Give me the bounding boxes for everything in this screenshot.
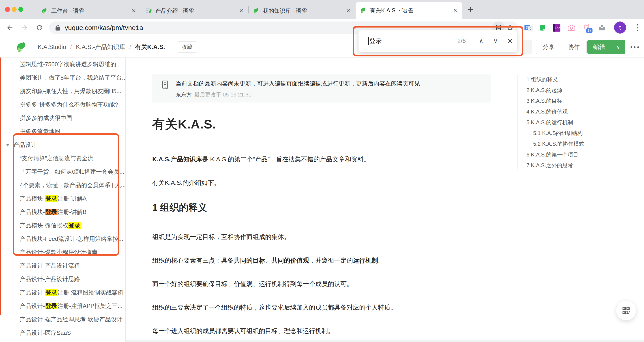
tab-title: 工作台 · 语雀 <box>51 7 128 14</box>
toc-item[interactable]: 3 K.A.S.的目标 <box>526 96 584 106</box>
doc-paragraph: 有关K.A.S.的介绍如下。 <box>152 178 492 188</box>
svg-text:文: 文 <box>529 27 532 30</box>
axure-rp-icon[interactable]: RP <box>552 23 561 32</box>
window-close-button[interactable] <box>5 7 10 12</box>
doc-title: 有关K.A.S. <box>152 116 492 133</box>
find-input[interactable]: 登录 <box>368 37 457 45</box>
banner-author[interactable]: 东东方 <box>176 91 192 98</box>
browser-window: 工作台 · 语雀✕产品介绍 · 语雀✕我的知识库 · 语雀✕有关K.A.S. ·… <box>0 0 644 342</box>
doc-tree-item[interactable]: 产品模块-登录注册-讲解A <box>0 192 126 205</box>
window-maximize-button[interactable] <box>18 7 23 12</box>
google-translate-icon[interactable]: G文 <box>524 23 533 32</box>
toc-item[interactable]: 4 K.A.S.的价值观 <box>526 106 584 117</box>
browser-tab[interactable]: 有关K.A.S. · 语雀✕ <box>356 2 462 19</box>
toc-item[interactable]: 2 K.A.S.的起源 <box>526 85 584 96</box>
tab-close-icon[interactable]: ✕ <box>238 7 244 14</box>
yuque-bird-icon <box>41 7 48 14</box>
doc-tree-item[interactable]: 产品设计-医疗SaaS <box>0 326 126 340</box>
share-button[interactable]: 分享 <box>536 40 561 54</box>
evernote-icon[interactable] <box>538 23 547 32</box>
doc-tree-item[interactable]: 产品设计-产品设计思路 <box>0 272 126 286</box>
toolbar-divider <box>611 23 611 33</box>
tab-title: 我的知识库 · 语雀 <box>263 7 342 14</box>
doc-tree-item[interactable]: 产品设计-产品设计流程 <box>0 259 126 272</box>
find-query-text: 登录 <box>369 37 382 45</box>
doc-tree-item[interactable]: 朋友印象-抓住人性，用爆款朋友圈H5... <box>0 84 126 98</box>
find-in-page-bar: 登录 2/6 ∧ ∨ ✕ <box>358 30 517 52</box>
bilibili-icon[interactable] <box>567 23 576 32</box>
chevron-down-icon[interactable] <box>6 144 10 146</box>
find-close-icon[interactable]: ✕ <box>503 30 517 52</box>
breadcrumb-repo[interactable]: K.A.S.-产品知识库 <box>76 43 126 51</box>
banner-message: 当前文档的最新内容尚未更新，可进入编辑页面继续编辑或进行更新，更新后内容在阅读页… <box>176 80 420 87</box>
doc-tree-item[interactable]: 产品设计-登录注册-注册APP框架之三... <box>0 299 126 313</box>
toc-item[interactable]: 5.2 K.A.S.的协作模式 <box>526 139 584 149</box>
back-icon[interactable] <box>4 22 16 33</box>
document-body: 有关K.A.S. K.A.S.产品知识库是 K.A.S.的第二个“产品”，旨在搜… <box>152 116 492 336</box>
qr-code-button[interactable] <box>616 301 636 320</box>
doc-tree-item[interactable]: 拼多多的成功很中国 <box>0 111 126 125</box>
update-notice-banner: 当前文档的最新内容尚未更新，可进入编辑页面继续编辑或进行更新，更新后内容在阅读页… <box>152 74 490 102</box>
browser-menu-icon[interactable] <box>633 22 642 33</box>
screenshot-tray-icon[interactable] <box>598 23 606 32</box>
breadcrumb-current-doc: 有关K.A.S. <box>135 43 165 51</box>
find-previous-icon[interactable]: ∧ <box>474 30 488 52</box>
doc-tree-item[interactable]: 产品模块-登录注册-讲解B <box>0 205 126 219</box>
toc-item[interactable]: 6 K.A.S.的第一个项目 <box>526 149 584 160</box>
browser-tab[interactable]: 产品介绍 · 语雀✕ <box>141 3 248 19</box>
doc-tree-item[interactable]: 4个要素，读懂一款产品的会员体系 | 人... <box>0 178 126 192</box>
breadcrumb-workspace[interactable]: K.A.Studio <box>38 44 66 50</box>
doc-tree-item[interactable]: 美团张川：做了8年平台，我总结了平台... <box>0 71 126 84</box>
edit-button[interactable]: 编辑 <box>587 40 611 54</box>
doc-tree-item[interactable]: 「万字干货」如何从0到1搭建一套会员... <box>0 165 126 178</box>
doc-tree-item[interactable]: 产品模块-微信授权登录 <box>0 219 126 232</box>
doc-tree-item[interactable]: 逻辑思维-7500字彻底讲透罗辑思维的... <box>0 57 126 71</box>
doc-paragraph: 而一个好的组织要确保目标、价值观、运行机制得到每一个成员的认可。 <box>152 279 492 289</box>
reload-icon[interactable] <box>34 22 45 33</box>
tab-title: 有关K.A.S. · 语雀 <box>370 7 449 14</box>
edit-dropdown-caret[interactable]: ∨ <box>611 40 625 54</box>
breadcrumb: K.A.Studio / K.A.S.-产品知识库 / 有关K.A.S. <box>38 37 165 57</box>
more-actions-icon[interactable] <box>628 40 641 54</box>
toc-item[interactable]: 7 K.A.S.之外的思考 <box>526 160 584 171</box>
doc-tree-item[interactable]: 产品模块-Feed流设计-怎样用策略掌控... <box>0 232 126 246</box>
doc-tree-item[interactable]: 拼多多-拼多多为什么不做购物车功能? <box>0 98 126 111</box>
toc-item[interactable]: 1 组织的释义 <box>526 74 584 85</box>
profile-avatar[interactable]: t <box>614 21 626 33</box>
find-match-count: 2/6 <box>457 38 466 44</box>
partially-hidden-button[interactable] <box>523 40 532 54</box>
browser-tab[interactable]: 我的知识库 · 语雀✕ <box>248 3 355 19</box>
browser-tab[interactable]: 工作台 · 语雀✕ <box>37 3 141 19</box>
window-minimize-button[interactable] <box>12 7 16 12</box>
favorite-button[interactable]: 收藏 <box>177 41 197 53</box>
lock-icon[interactable] <box>54 24 61 31</box>
forward-icon[interactable] <box>19 22 30 33</box>
yuque-bird-icon <box>252 7 260 14</box>
tab-separator <box>248 6 248 13</box>
document-pane: 当前文档的最新内容尚未更新，可进入编辑页面继续编辑或进行更新，更新后内容在阅读页… <box>126 57 517 342</box>
doc-tree-item[interactable]: 产品设计-登录注册-流程图绘制实战案例 <box>0 286 126 299</box>
doc-tree-sidebar: 逻辑思维-7500字彻底讲透罗辑思维的...美团张川：做了8年平台，我总结了平台… <box>0 57 126 342</box>
doc-tree-item[interactable]: 产品设计-端产品经理思考-软硬产品设计 <box>0 313 126 326</box>
browser-toolbar: yuque.com/kas/pm/tvne1a G文RP18 t <box>0 19 644 37</box>
tab-close-icon[interactable]: ✕ <box>345 7 351 14</box>
find-next-icon[interactable]: ∨ <box>488 30 503 52</box>
doc-tree-item[interactable]: 产品设计-爆款小程序设计指南 <box>0 246 126 259</box>
doc-tree-item[interactable]: 拼多多流量地图 <box>0 125 126 138</box>
tab-close-icon[interactable]: ✕ <box>452 7 458 14</box>
tab-close-icon[interactable]: ✕ <box>131 7 137 14</box>
doc-tree-item[interactable]: 产品设计-电商后台-设计全解 <box>0 340 126 342</box>
doc-tree-item[interactable]: “支付清算”之信息流与资金流 <box>0 152 126 165</box>
doc-heading: 1 组织的释义 <box>152 201 492 214</box>
doc-paragraph: 组织是为实现一定目标，互相协作而组成的集体。 <box>152 232 492 242</box>
yuque-logo-icon[interactable] <box>15 40 28 54</box>
toc-item[interactable]: 5.1 K.A.S的组织结构 <box>526 128 584 139</box>
doc-tree-section[interactable]: 产品设计 <box>0 138 126 152</box>
doc-sync-icon <box>161 80 169 89</box>
cat-extension-icon[interactable]: 18 <box>582 23 591 32</box>
toc-item[interactable]: 5 K.A.S.的运行机制 <box>526 117 584 128</box>
new-tab-button[interactable]: + <box>468 3 474 15</box>
collaborate-button[interactable]: 协作 <box>561 40 586 54</box>
doc-paragraph: 组织的三要素决定了一个组织的特质，这也要求后续加入的成员都具备对应的个人特质。 <box>152 303 492 313</box>
svg-text:RP: RP <box>555 26 560 30</box>
